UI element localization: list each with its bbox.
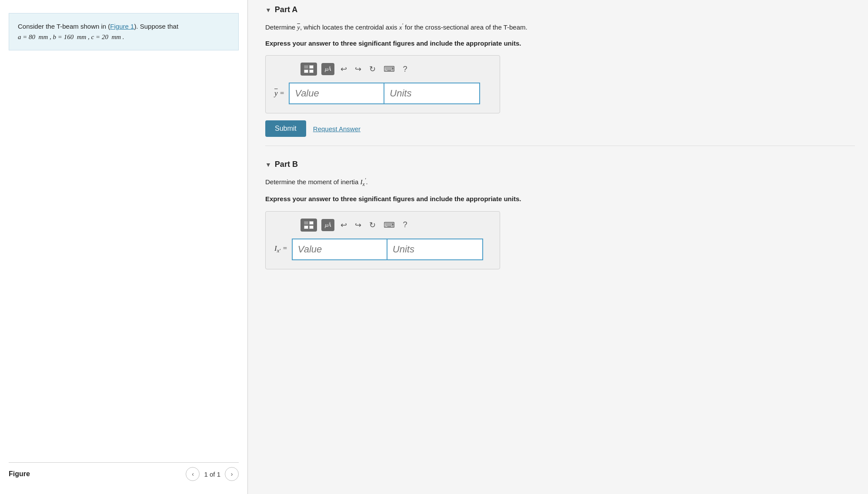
part-a-desc-var2: x′ xyxy=(399,24,403,31)
matrix-icon xyxy=(304,65,314,73)
part-a-help-button[interactable]: ? xyxy=(401,64,409,75)
part-a-instruction: Express your answer to three significant… xyxy=(265,39,855,49)
figure-label: Figure xyxy=(9,470,30,478)
part-b-header: ▼ Part B xyxy=(265,155,855,176)
part-b-desc-2: . xyxy=(366,178,367,186)
left-panel: Consider the T-beam shown in (Figure 1).… xyxy=(0,0,248,494)
part-a-action-row: Submit Request Answer xyxy=(265,120,855,137)
part-b-help-button[interactable]: ? xyxy=(401,219,409,230)
part-a-input-row: y = xyxy=(274,83,491,104)
figure-nav: ‹ 1 of 1 › xyxy=(186,467,239,481)
part-b-refresh-button[interactable]: ↻ xyxy=(367,219,377,231)
part-b-description: Determine the moment of inertia Ix′. xyxy=(265,176,855,188)
part-b-input-row: Ix′ = xyxy=(274,239,491,260)
part-a-chevron[interactable]: ▼ xyxy=(265,7,271,13)
part-b-input-label: Ix′ = xyxy=(274,244,287,254)
part-a-header: ▼ Part A xyxy=(265,0,855,21)
part-a-content: Determine y, which locates the centroida… xyxy=(265,21,855,137)
part-b-value-input[interactable] xyxy=(292,239,387,260)
part-b-desc-var: Ix′ xyxy=(360,179,366,186)
part-b-chevron[interactable]: ▼ xyxy=(265,161,271,168)
part-b-instruction: Express your answer to three significant… xyxy=(265,194,855,204)
problem-text-1: Consider the T-beam shown in ( xyxy=(18,23,110,30)
part-a-request-answer-button[interactable]: Request Answer xyxy=(313,125,361,133)
problem-text-2: ). Suppose that xyxy=(134,23,178,30)
part-b-title: Part B xyxy=(275,160,298,169)
part-a-matrix-button[interactable] xyxy=(300,63,317,76)
part-a-submit-button[interactable]: Submit xyxy=(265,120,306,137)
part-b-matrix-icon xyxy=(304,221,314,229)
section-divider xyxy=(265,146,855,146)
figure-link[interactable]: Figure 1 xyxy=(110,23,134,30)
next-button[interactable]: › xyxy=(225,467,239,481)
part-a-toolbar: μÅ ↩ ↪ ↻ ⌨ ? xyxy=(274,63,491,76)
part-a-undo-button[interactable]: ↩ xyxy=(339,63,349,75)
figure-area: Figure ‹ 1 of 1 › xyxy=(0,59,247,494)
part-a-mu-button[interactable]: μÅ xyxy=(321,63,334,75)
part-a-answer-box: μÅ ↩ ↪ ↻ ⌨ ? y = xyxy=(265,55,500,113)
part-a-value-input[interactable] xyxy=(289,83,384,104)
part-b-matrix-button[interactable] xyxy=(300,219,317,232)
part-a-refresh-button[interactable]: ↻ xyxy=(367,63,377,75)
part-a-title: Part A xyxy=(275,5,297,14)
part-a-desc-1: Determine xyxy=(265,23,297,31)
part-a-units-input[interactable] xyxy=(384,83,480,104)
part-b-answer-box: μÅ ↩ ↪ ↻ ⌨ ? Ix′ = xyxy=(265,211,500,269)
right-panel: ▼ Part A Determine y, which locates the … xyxy=(248,0,868,494)
page-indicator: 1 of 1 xyxy=(204,471,220,478)
part-a-keyboard-button[interactable]: ⌨ xyxy=(382,63,397,75)
part-a-desc-2: , which locates the centroidal axis xyxy=(300,23,399,31)
part-b-section: ▼ Part B Determine the moment of inertia… xyxy=(265,155,855,269)
part-b-toolbar: μÅ ↩ ↪ ↻ ⌨ ? xyxy=(274,219,491,232)
part-a-desc-3: for the cross-sectional area of the T-be… xyxy=(403,23,527,31)
part-a-section: ▼ Part A Determine y, which locates the … xyxy=(265,0,855,137)
mu-icon: μÅ xyxy=(325,66,331,73)
problem-params: a = 80 mm , b = 160 mm , c = 20 mm . xyxy=(18,33,124,40)
part-b-keyboard-button[interactable]: ⌨ xyxy=(382,219,397,231)
part-a-redo-button[interactable]: ↪ xyxy=(353,63,363,75)
part-b-content: Determine the moment of inertia Ix′. Exp… xyxy=(265,176,855,269)
problem-statement: Consider the T-beam shown in (Figure 1).… xyxy=(9,13,239,50)
part-b-mu-button[interactable]: μÅ xyxy=(321,219,334,231)
part-b-undo-button[interactable]: ↩ xyxy=(339,219,349,231)
prev-button[interactable]: ‹ xyxy=(186,467,200,481)
part-a-description: Determine y, which locates the centroida… xyxy=(265,21,855,33)
part-b-mu-icon: μÅ xyxy=(325,222,331,229)
part-b-desc-1: Determine the moment of inertia xyxy=(265,178,360,186)
part-b-units-input[interactable] xyxy=(387,239,483,260)
figure-label-row: Figure ‹ 1 of 1 › xyxy=(9,462,239,485)
part-b-redo-button[interactable]: ↪ xyxy=(353,219,363,231)
part-a-input-label: y = xyxy=(274,89,284,98)
